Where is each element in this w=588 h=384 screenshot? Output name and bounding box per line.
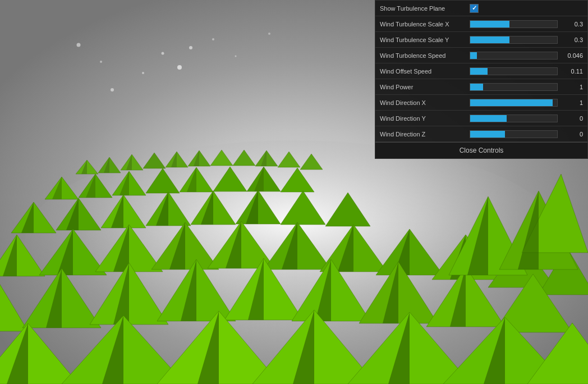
offset-speed-fill	[470, 68, 488, 75]
dir-x-fill	[470, 99, 553, 106]
dir-x-track[interactable]	[470, 99, 558, 107]
turbulence-plane-row: Show Turbulence Plane	[375, 1, 587, 16]
turb-scale-y-label: Wind Turbulence Scale Y	[380, 36, 470, 43]
dir-z-row: Wind Direction Z 0	[375, 126, 587, 142]
dir-z-label: Wind Direction Z	[380, 131, 470, 138]
turb-scale-x-track[interactable]	[470, 20, 558, 28]
dir-y-track[interactable]	[470, 115, 558, 122]
dir-z-fill	[470, 131, 505, 138]
wind-power-track[interactable]	[470, 83, 558, 91]
turb-scale-y-value: 0.3	[558, 36, 583, 43]
dir-z-slider-area[interactable]	[470, 130, 558, 139]
offset-speed-value: 0.11	[558, 68, 583, 75]
dir-y-value: 0	[558, 115, 583, 122]
wind-power-slider-area[interactable]	[470, 83, 558, 92]
control-panel: Show Turbulence Plane Wind Turbulence Sc…	[375, 0, 588, 159]
svg-point-7	[111, 88, 114, 92]
turb-speed-row: Wind Turbolence Speed 0.046	[375, 48, 587, 63]
svg-point-8	[100, 61, 102, 63]
offset-speed-label: Wind Offset Speed	[380, 68, 470, 75]
turb-scale-x-fill	[470, 21, 509, 28]
dir-x-row: Wind Direction X 1	[375, 95, 587, 111]
wind-power-fill	[470, 84, 483, 90]
offset-speed-row: Wind Offset Speed 0.11	[375, 63, 587, 79]
svg-point-9	[235, 56, 237, 57]
turb-scale-y-fill	[470, 36, 509, 43]
turb-scale-x-label: Wind Turbulence Scale X	[380, 21, 470, 28]
turb-scale-x-row: Wind Turbulence Scale X 0.3	[375, 16, 587, 32]
dir-x-label: Wind Direction X	[380, 99, 470, 106]
dir-y-row: Wind Direction Y 0	[375, 111, 587, 126]
turb-scale-x-slider-area[interactable]	[470, 20, 558, 29]
turbulence-plane-checkbox[interactable]	[470, 4, 479, 13]
turb-speed-label: Wind Turbolence Speed	[380, 52, 470, 59]
turbulence-plane-checkbox-area	[470, 4, 583, 13]
svg-point-11	[77, 43, 81, 47]
turb-speed-value: 0.046	[558, 52, 583, 59]
svg-point-3	[162, 52, 164, 55]
wind-power-value: 1	[558, 84, 583, 90]
svg-point-4	[189, 46, 192, 49]
offset-speed-slider-area[interactable]	[470, 67, 558, 76]
dir-z-value: 0	[558, 131, 583, 138]
turb-scale-x-value: 0.3	[558, 21, 583, 28]
wind-power-row: Wind Power 1	[375, 79, 587, 95]
turb-scale-y-track[interactable]	[470, 36, 558, 44]
dir-y-label: Wind Direction Y	[380, 115, 470, 122]
close-controls-button[interactable]: Close Controls	[375, 142, 587, 158]
turb-speed-track[interactable]	[470, 52, 558, 60]
svg-point-6	[212, 38, 214, 40]
svg-point-2	[177, 65, 182, 70]
dir-z-track[interactable]	[470, 130, 558, 138]
svg-point-10	[268, 33, 270, 35]
turb-speed-slider-area[interactable]	[470, 51, 558, 60]
turbulence-plane-label: Show Turbulence Plane	[380, 5, 470, 12]
dir-y-fill	[470, 115, 507, 122]
dir-x-value: 1	[558, 99, 583, 106]
dir-y-slider-area[interactable]	[470, 114, 558, 123]
turb-speed-fill	[470, 52, 477, 59]
dir-x-slider-area[interactable]	[470, 98, 558, 107]
turb-scale-y-slider-area[interactable]	[470, 35, 558, 44]
offset-speed-track[interactable]	[470, 67, 558, 75]
turb-scale-y-row: Wind Turbulence Scale Y 0.3	[375, 32, 587, 48]
wind-power-label: Wind Power	[380, 84, 470, 90]
svg-point-5	[142, 72, 144, 74]
